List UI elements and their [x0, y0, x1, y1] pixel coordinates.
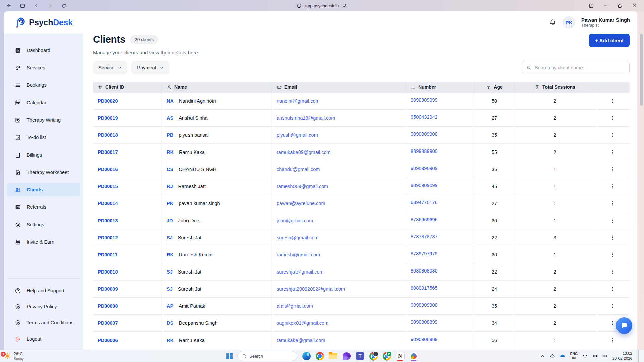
restore-icon[interactable] [617, 3, 623, 9]
sidebar-item-dashboard[interactable]: Dashboard [7, 44, 80, 57]
split-screen-icon[interactable] [588, 3, 594, 9]
volume-icon[interactable] [592, 353, 598, 359]
client-email-link[interactable]: chandu@gmail.com [277, 167, 320, 172]
client-phone-link[interactable]: 8789797979 [411, 251, 438, 256]
payment-filter-button[interactable]: Payment [131, 61, 169, 74]
client-email-link[interactable]: amit@gmail.com [277, 303, 313, 309]
battery-icon[interactable] [602, 353, 608, 359]
row-menu-icon[interactable] [610, 320, 616, 326]
sidebar-item-referrals[interactable]: Referrals [7, 200, 80, 214]
language-switcher[interactable]: ENG IN [570, 352, 578, 360]
client-phone-link[interactable]: 8787878787 [411, 234, 438, 239]
client-email-link[interactable]: nandini@gmail.com [277, 98, 320, 104]
client-email-link[interactable]: anshulsinha18@gmail.com [277, 115, 335, 121]
teams-taskbar-button[interactable] [353, 350, 367, 362]
row-menu-icon[interactable] [610, 252, 616, 258]
client-phone-link[interactable]: 8899889900 [411, 148, 438, 154]
client-phone-link[interactable]: 6394770176 [411, 200, 438, 205]
taskbar-search[interactable]: Search [237, 351, 297, 361]
row-menu-icon[interactable] [610, 286, 616, 292]
sidebar-item-logout[interactable]: Logout [7, 332, 80, 346]
client-phone-link[interactable]: 9090908989 [411, 337, 438, 342]
client-phone-link[interactable]: 9090908899 [411, 319, 438, 325]
edge-taskbar-button[interactable] [300, 350, 313, 362]
client-email-link[interactable]: sureshjat@gmail.com [277, 269, 324, 275]
client-id-link[interactable]: PD00017 [98, 149, 118, 155]
client-phone-link[interactable]: 9500432942 [411, 114, 438, 120]
client-email-link[interactable]: john@gmail.com [277, 218, 313, 223]
client-email-link[interactable]: pawan@ayrelune.com [277, 201, 325, 206]
client-email-link[interactable]: sagnikpk01@gmail.com [277, 320, 328, 326]
add-client-button[interactable]: + Add client [589, 34, 630, 47]
forward-icon[interactable] [47, 3, 53, 9]
client-email-link[interactable]: piyush@gmail.com [277, 132, 318, 138]
notion-taskbar-button[interactable] [393, 350, 407, 362]
workspace-icon[interactable] [6, 3, 12, 9]
table-row[interactable]: PD00012 SJ Suresh Jat suresh@gmail.com 8… [93, 229, 630, 246]
row-menu-icon[interactable] [610, 98, 616, 104]
url-text[interactable]: app.psychdesk.in [305, 3, 339, 8]
sidebar-item-therapy-writing[interactable]: Therapy Writing [7, 113, 80, 127]
table-row[interactable]: PD00006 RK Ramu Kaka ramukaka@gmail.com … [93, 332, 630, 349]
sidebar-item-services[interactable]: Services [7, 61, 80, 74]
user-menu[interactable]: Pawan Kumar Singh Therapist [581, 17, 630, 28]
chat-support-button[interactable] [616, 317, 632, 334]
client-phone-link[interactable]: 8786969696 [411, 217, 438, 222]
loop-taskbar-button[interactable] [340, 350, 353, 362]
sidebar-item-help-and-support[interactable]: Help and Support [7, 284, 80, 297]
cloud-icon[interactable] [550, 353, 555, 359]
client-id-link[interactable]: PD00014 [98, 201, 118, 206]
table-row[interactable]: PD00013 JD John Doe john@gmail.com 87869… [93, 212, 630, 229]
sidebar-item-privacy-policy[interactable]: Privacy Policy [7, 300, 80, 313]
client-phone-link[interactable]: 8080917565 [411, 285, 438, 291]
sidebar-item-bookings[interactable]: Bookings [7, 78, 80, 92]
client-id-link[interactable]: PD00016 [98, 167, 118, 172]
row-menu-icon[interactable] [610, 218, 616, 224]
clock[interactable]: 13:02 20-02-2026 [612, 351, 632, 361]
client-id-link[interactable]: PD00012 [98, 235, 118, 240]
chrome-profile-1-taskbar-button[interactable] [367, 350, 380, 362]
client-id-link[interactable]: PD00010 [98, 269, 118, 275]
table-row[interactable]: PD00009 SJ Suresh Jat sureshjat20092002@… [93, 281, 630, 298]
client-id-link[interactable]: PD00018 [98, 132, 118, 138]
client-id-link[interactable]: PD00008 [98, 303, 118, 309]
sidebar-item-calendar[interactable]: Calendar [7, 96, 80, 109]
client-id-link[interactable]: PD00020 [98, 98, 118, 104]
sidebar-item-terms-and-conditions[interactable]: Terms and Conditions [7, 316, 80, 329]
client-phone-link[interactable]: 9090909099 [411, 97, 438, 103]
row-menu-icon[interactable] [610, 200, 616, 206]
back-icon[interactable] [34, 3, 39, 9]
client-search-input[interactable] [535, 65, 625, 70]
minimize-icon[interactable] [603, 3, 608, 9]
avatar[interactable]: PK [562, 16, 575, 29]
tab-panel-icon[interactable] [20, 3, 25, 9]
copilot-taskbar-button[interactable] [407, 350, 420, 362]
client-id-link[interactable]: PD00015 [98, 184, 118, 189]
table-row[interactable]: PD00016 CS CHANDU SINGH chandu@gmail.com… [93, 161, 630, 178]
client-phone-link[interactable]: 9090909900 [411, 131, 438, 137]
client-phone-link[interactable]: 9090909900 [411, 302, 438, 308]
client-email-link[interactable]: ramesh009@gmail.com [277, 184, 328, 189]
close-icon[interactable] [632, 3, 637, 9]
show-desktop-button[interactable] [638, 350, 640, 362]
row-menu-icon[interactable] [610, 269, 616, 275]
client-email-link[interactable]: ramukaka@gmail.com [277, 338, 325, 343]
row-menu-icon[interactable] [610, 132, 616, 138]
page-scrollbar-thumb[interactable] [640, 34, 643, 106]
client-email-link[interactable]: suresh@gmail.com [277, 235, 318, 240]
table-row[interactable]: PD00017 RK Ramu Kaka ramukaka09@gmail.co… [93, 144, 630, 161]
address-bar[interactable]: app.psychdesk.in [296, 0, 348, 11]
table-row[interactable]: PD00014 PK pavan kumar singh pawan@ayrel… [93, 195, 630, 212]
sidebar-item-to-do-list[interactable]: To-do list [7, 131, 80, 144]
row-menu-icon[interactable] [610, 149, 616, 155]
table-row[interactable]: PD00010 SJ Suresh Jat sureshjat@gmail.co… [93, 263, 630, 281]
client-email-link[interactable]: ramesh@gmail.com [277, 252, 320, 257]
service-filter-button[interactable]: Service [93, 61, 127, 74]
client-phone-link[interactable]: 9090990909 [411, 166, 438, 171]
sidebar-item-settings[interactable]: Settings [7, 218, 80, 231]
client-id-link[interactable]: PD00019 [98, 115, 118, 121]
file-explorer-taskbar-button[interactable] [326, 350, 340, 362]
table-row[interactable]: PD00018 PB piyush bansal piyush@gmail.co… [93, 127, 630, 144]
client-id-link[interactable]: PD00011 [98, 252, 118, 257]
wifi-icon[interactable] [582, 353, 588, 359]
